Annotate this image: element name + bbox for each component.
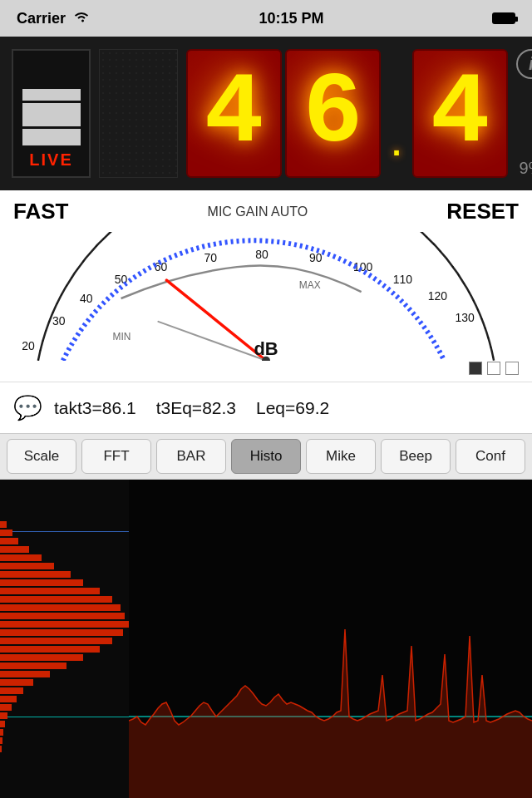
chat-icon: 💬: [13, 394, 42, 421]
tabs-row: Scale FFT BAR Histo Mike Beep Conf: [0, 433, 532, 480]
percent-label: 9%: [520, 159, 532, 178]
carrier-text: Carrier: [17, 10, 66, 27]
svg-text:110: 110: [393, 273, 413, 286]
svg-rect-39: [0, 696, 17, 702]
wifi-icon: [72, 10, 91, 27]
svg-rect-19: [0, 530, 12, 536]
info-button[interactable]: i: [516, 49, 532, 79]
svg-rect-33: [0, 646, 100, 653]
live-box: LIVE: [12, 49, 91, 178]
meter-arc-container: 20 30 40 50 60 70 80 90 100 110 120 130 …: [13, 229, 519, 362]
svg-rect-35: [0, 663, 66, 669]
digits-container: 4 6 . 4: [186, 49, 508, 178]
svg-text:80: 80: [255, 248, 268, 261]
svg-text:MIN: MIN: [113, 330, 131, 342]
hex-panel: [99, 49, 178, 178]
svg-rect-26: [0, 588, 100, 594]
svg-text:130: 130: [456, 310, 475, 323]
svg-rect-22: [0, 554, 42, 561]
svg-text:MAX: MAX: [299, 279, 321, 291]
vu-header: FAST MIC GAIN AUTO RESET: [13, 199, 519, 224]
leq-stat: Leq=69.2: [256, 398, 329, 418]
page-dot-1: [469, 362, 482, 375]
svg-rect-31: [0, 629, 123, 636]
digit-4-text: 4: [204, 64, 264, 164]
vu-mic-gain-label: MIC GAIN AUTO: [208, 204, 308, 219]
t3eq-stat: t3Eq=82.3: [156, 398, 236, 418]
top-right: i 9%: [516, 49, 532, 178]
live-bar-1: [22, 89, 81, 101]
svg-text:20: 20: [22, 338, 35, 352]
svg-rect-40: [0, 704, 12, 711]
top-section: LIVE 4 6 . 4 i 9%: [0, 37, 532, 190]
tab-fft[interactable]: FFT: [81, 439, 151, 474]
status-carrier: Carrier: [17, 10, 91, 27]
svg-text:dB: dB: [254, 337, 278, 358]
svg-text:30: 30: [52, 313, 66, 327]
tab-conf[interactable]: Conf: [456, 439, 525, 474]
stats-row: 💬 takt3=86.1 t3Eq=82.3 Leq=69.2: [0, 382, 532, 433]
svg-text:120: 120: [428, 288, 448, 302]
page-dot-2: [487, 362, 500, 375]
tab-bar[interactable]: BAR: [156, 439, 226, 474]
svg-text:40: 40: [80, 291, 93, 304]
live-bar-2: [22, 103, 81, 126]
svg-rect-30: [0, 621, 129, 628]
svg-text:90: 90: [309, 251, 323, 264]
svg-rect-20: [0, 538, 18, 544]
left-histogram: [0, 480, 129, 798]
waveform-svg: [129, 480, 532, 798]
meter-svg: 20 30 40 50 60 70 80 90 100 110 120 130 …: [13, 232, 519, 361]
dot-char-text: .: [392, 126, 401, 163]
svg-rect-41: [0, 712, 7, 719]
tab-scale[interactable]: Scale: [7, 439, 76, 474]
hex-bg: [100, 50, 177, 177]
svg-rect-23: [0, 563, 54, 569]
digit-6: 6: [285, 49, 381, 178]
digit-6-text: 6: [303, 64, 362, 164]
status-time: 10:15 PM: [259, 10, 324, 27]
svg-rect-18: [0, 521, 7, 528]
tab-mike[interactable]: Mike: [306, 439, 376, 474]
svg-rect-44: [0, 737, 2, 744]
svg-rect-25: [0, 579, 83, 586]
svg-rect-24: [0, 571, 71, 578]
svg-rect-43: [0, 729, 3, 736]
vu-fast-label: FAST: [13, 199, 68, 224]
digit-4b: 4: [412, 49, 508, 178]
svg-rect-28: [0, 604, 121, 611]
histogram-section: Max Min: [0, 480, 532, 798]
svg-rect-27: [0, 596, 112, 603]
tab-beep[interactable]: Beep: [381, 439, 451, 474]
digit-4b-text: 4: [430, 64, 490, 164]
live-label: LIVE: [29, 150, 72, 170]
svg-rect-34: [0, 654, 83, 661]
svg-rect-42: [0, 721, 5, 727]
status-battery: [492, 12, 515, 24]
svg-line-15: [158, 321, 266, 360]
digit-4: 4: [186, 49, 282, 178]
live-bar-3: [22, 129, 81, 145]
vu-meter-section: FAST MIC GAIN AUTO RESET 20 30 40 50 60 …: [0, 190, 532, 382]
svg-rect-36: [0, 671, 50, 677]
dot-separator: .: [384, 49, 409, 178]
svg-rect-29: [0, 613, 125, 619]
svg-rect-45: [0, 746, 2, 752]
status-bar: Carrier 10:15 PM: [0, 0, 532, 37]
page-dot-3: [505, 362, 519, 375]
tab-histo[interactable]: Histo: [231, 439, 301, 474]
vu-reset-button[interactable]: RESET: [446, 199, 519, 224]
svg-rect-21: [0, 546, 29, 553]
battery-icon: [492, 12, 515, 24]
page-indicators: [469, 362, 519, 375]
svg-rect-32: [0, 638, 112, 644]
svg-line-14: [166, 280, 266, 361]
takt3-stat: takt3=86.1: [54, 398, 136, 418]
svg-rect-38: [0, 687, 23, 694]
live-bars: [22, 71, 81, 145]
svg-text:70: 70: [204, 251, 217, 264]
svg-rect-37: [0, 679, 33, 686]
